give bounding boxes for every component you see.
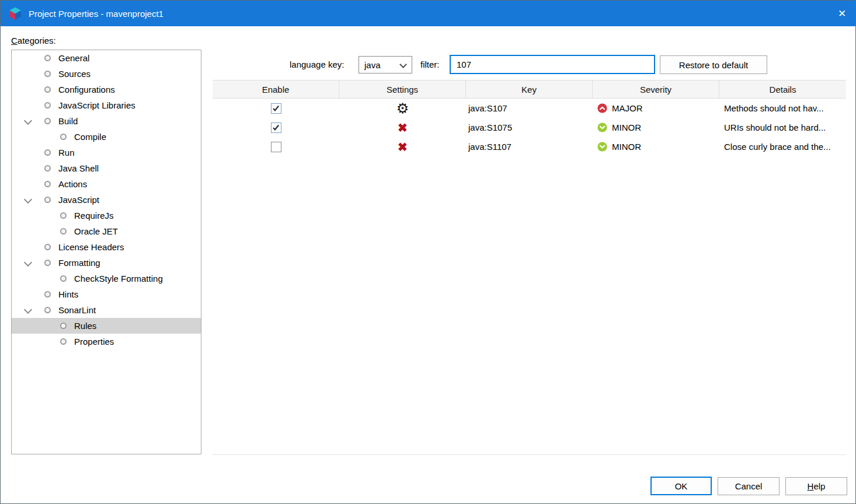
chevron-down-icon: [399, 61, 406, 68]
severity-cell: MINOR: [593, 123, 719, 132]
category-label: Properties: [74, 337, 114, 346]
severity-label: MINOR: [612, 123, 641, 132]
column-header-settings[interactable]: Settings: [339, 80, 466, 98]
category-node-icon: [60, 228, 67, 235]
category-item-formatting[interactable]: Formatting: [12, 255, 201, 271]
severity-minor-icon: [597, 123, 607, 132]
restore-to-default-button[interactable]: Restore to default: [660, 55, 767, 74]
category-node-icon: [44, 181, 51, 187]
window-title: Project Properties - mavenproject1: [29, 9, 163, 19]
category-node-icon: [60, 212, 67, 219]
help-button[interactable]: Help: [785, 477, 847, 495]
severity-cell: MAJOR: [593, 103, 719, 113]
category-item-sources[interactable]: Sources: [12, 66, 201, 82]
table-body: ⚙java:S107MAJORMethods should not hav...…: [213, 99, 846, 156]
category-node-icon: [44, 102, 51, 108]
key-cell: java:S1107: [466, 142, 593, 152]
category-node-icon: [60, 275, 67, 282]
category-item-sonarlint[interactable]: SonarLint: [12, 302, 201, 318]
expand-chevron-icon[interactable]: [23, 117, 33, 126]
tree-indent: [44, 326, 60, 326]
enable-cell: [213, 123, 339, 133]
column-header-enable[interactable]: Enable: [213, 80, 339, 98]
expand-chevron-icon[interactable]: [23, 306, 33, 315]
enable-cell: [213, 142, 339, 152]
language-key-select[interactable]: java: [359, 56, 412, 74]
tree-indent: [44, 215, 60, 216]
close-button[interactable]: ✕: [829, 1, 855, 26]
category-item-requirejs[interactable]: RequireJs: [12, 208, 201, 223]
key-cell: java:S107: [466, 103, 593, 113]
category-node-icon: [44, 118, 51, 124]
category-label: Actions: [58, 179, 87, 189]
category-label: Formatting: [58, 258, 100, 268]
enable-checkbox[interactable]: [271, 142, 281, 152]
key-cell: java:S1075: [466, 123, 593, 132]
category-node-icon: [44, 86, 51, 93]
category-item-configurations[interactable]: Configurations: [12, 82, 201, 97]
table-header: EnableSettingsKeySeverityDetails: [213, 80, 846, 99]
cancel-button[interactable]: Cancel: [718, 477, 780, 495]
rule-details: URIs should not be hard...: [724, 123, 826, 132]
cross-icon[interactable]: ✖: [398, 122, 408, 134]
category-item-license-headers[interactable]: License Headers: [12, 239, 201, 255]
filter-input[interactable]: [450, 55, 655, 74]
category-label: SonarLint: [58, 305, 96, 315]
category-label: Sources: [58, 69, 91, 79]
category-item-rules[interactable]: Rules: [12, 318, 201, 334]
category-label: Oracle JET: [74, 226, 118, 236]
rule-key: java:S1107: [468, 142, 511, 152]
cross-icon[interactable]: ✖: [398, 141, 408, 153]
severity-major-icon: [597, 103, 607, 113]
category-item-javascript-libraries[interactable]: JavaScript Libraries: [12, 97, 201, 113]
category-label: JavaScript Libraries: [58, 100, 135, 110]
rule-details: Close curly brace and the...: [724, 142, 831, 152]
tree-indent: [44, 278, 60, 279]
category-label: Hints: [58, 289, 78, 299]
category-item-oracle-jet[interactable]: Oracle JET: [12, 223, 201, 239]
expand-chevron-icon[interactable]: [23, 195, 33, 205]
ok-button[interactable]: OK: [650, 477, 712, 495]
category-label: Java Shell: [58, 163, 99, 173]
category-node-icon: [44, 244, 51, 250]
category-label: Compile: [74, 132, 106, 142]
gear-icon[interactable]: ⚙: [396, 102, 409, 116]
category-node-icon: [60, 323, 67, 329]
category-label: RequireJs: [74, 211, 114, 220]
categories-tree: GeneralSourcesConfigurationsJavaScript L…: [11, 50, 201, 454]
severity-label: MAJOR: [612, 103, 643, 113]
details-cell: Close curly brace and the...: [719, 142, 846, 152]
category-item-properties[interactable]: Properties: [12, 334, 201, 349]
enable-checkbox[interactable]: [271, 123, 281, 133]
settings-cell: ✖: [339, 141, 466, 153]
category-item-java-shell[interactable]: Java Shell: [12, 160, 201, 176]
category-label: License Headers: [58, 242, 124, 252]
titlebar: Project Properties - mavenproject1 ✕: [1, 1, 855, 26]
column-header-key[interactable]: Key: [466, 80, 593, 98]
category-node-icon: [60, 134, 67, 140]
category-item-javascript[interactable]: JavaScript: [12, 192, 201, 208]
language-key-value: java: [364, 60, 381, 70]
expand-chevron-icon[interactable]: [23, 258, 33, 268]
category-item-hints[interactable]: Hints: [12, 286, 201, 302]
category-node-icon: [44, 307, 51, 313]
category-label: Build: [58, 116, 78, 126]
column-header-severity[interactable]: Severity: [593, 80, 719, 98]
enable-checkbox[interactable]: [271, 103, 281, 114]
category-item-actions[interactable]: Actions: [12, 176, 201, 192]
category-label: Rules: [74, 321, 96, 331]
column-header-details[interactable]: Details: [719, 80, 846, 98]
project-properties-window: Project Properties - mavenproject1 ✕ Cat…: [0, 0, 856, 504]
category-item-compile[interactable]: Compile: [12, 129, 201, 145]
severity-cell: MINOR: [593, 142, 719, 152]
category-item-checkstyle-formatting[interactable]: CheckStyle Formatting: [12, 271, 201, 286]
category-node-icon: [44, 149, 51, 156]
category-item-run[interactable]: Run: [12, 145, 201, 160]
rules-table: EnableSettingsKeySeverityDetails ⚙java:S…: [213, 80, 846, 455]
rule-row: ✖java:S1107MINORClose curly brace and th…: [213, 137, 846, 156]
category-item-build[interactable]: Build: [12, 113, 201, 129]
category-item-general[interactable]: General: [12, 50, 201, 66]
category-label: Configurations: [58, 85, 115, 94]
rule-key: java:S1075: [468, 123, 512, 132]
settings-cell: ⚙: [339, 102, 466, 116]
